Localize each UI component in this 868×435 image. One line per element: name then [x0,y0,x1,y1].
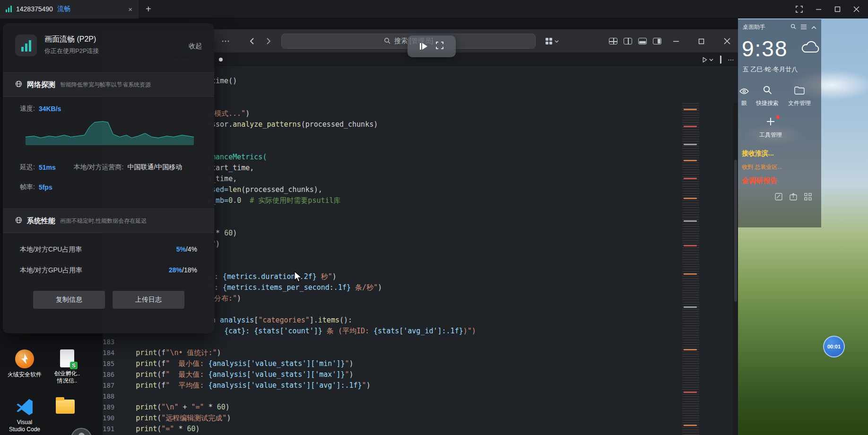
assistant-menu-icon[interactable] [801,24,807,31]
globe-icon [15,217,22,225]
isp-label: 本地/对方运营商: [74,163,124,172]
system-section-title: 系统性能 [27,217,55,226]
window-controls [796,6,868,13]
tab-close-icon[interactable]: × [128,5,132,13]
code-line: 187 print(f" 平均值: {analysis['value_stats… [103,380,738,391]
gpu-label: 本地/对方GPU占用率 [20,266,82,275]
notification-dot [776,115,780,119]
cpu-label: 本地/对方CPU占用率 [20,245,82,254]
remote-desktop-app: 1428375490 流畅 × + ⋯ 搜索 [管理员] [0,0,868,435]
assistant-collapse-icon[interactable] [811,24,816,31]
code-line: 188 [103,391,738,402]
code-line: 191 print("=" * 60) [103,424,738,435]
remote-screen[interactable]: ⋯ 搜索 [管理员] Untitl [0,18,868,435]
system-section-header: 系统性能 画面不稳定时,性能数据会存在延迟 [3,209,214,233]
tool-manager[interactable]: 工具管理 [754,117,787,139]
desktop-icon-folder[interactable] [43,400,88,417]
run-button[interactable] [702,57,713,63]
folder-icon [794,86,805,96]
speed-value: 34KB/s [39,105,61,113]
network-section-title: 网络探测 [27,80,55,89]
menu-dots-icon[interactable]: ⋯ [220,29,231,53]
titlebar: 1428375490 流畅 × + [0,0,868,18]
vscode-icon [16,398,34,416]
fps-label: 帧率: [20,183,35,191]
cpu-row: 本地/对方CPU占用率 5%/4% [20,245,197,254]
weather-cloud-icon [800,41,821,57]
plus-icon [766,117,775,128]
gpu-row: 本地/对方GPU占用率 28%/18% [20,266,197,275]
session-tab[interactable]: 1428375490 流畅 × [0,0,139,18]
back-icon[interactable] [246,29,259,53]
gpu-local-value: 28% [169,266,182,274]
desktop-icon-document[interactable]: S 创业孵化.. 情况信.. [44,349,90,384]
code-line: 185 print(f" 最小值: {analysis['value_stats… [103,358,738,369]
collapse-button[interactable]: 收起 [189,42,202,51]
search-icon [763,85,772,96]
network-section-header: 网络探测 智能降低带宽与帧率以节省系统资源 [3,72,214,97]
copy-info-button[interactable]: 复制信息 [33,291,105,309]
share-icon[interactable] [790,193,797,202]
system-section-desc: 画面不稳定时,性能数据会存在延迟 [60,217,147,225]
network-section-desc: 智能降低带宽与帧率以节省系统资源 [60,81,151,89]
stats-title: 画面流畅 (P2P) [44,35,96,44]
split-editor-icon[interactable] [720,56,721,63]
lunar-date: 五 乙巳·蛇·冬月廿八 [738,60,821,74]
editor-scrollbar[interactable] [733,103,738,435]
assistant-link[interactable]: 收到 总装业区... [742,163,817,171]
avatar[interactable] [71,428,92,435]
latency-label: 延迟: [20,163,35,172]
code-line: 189 print("\n" + "=" * 60) [103,402,738,413]
gpu-remote-value: /18% [182,266,197,274]
panel-right-icon[interactable] [651,29,664,53]
session-timer-badge[interactable]: 00:01 [823,336,845,357]
tab-groups-icon[interactable] [541,29,562,53]
signal-bars-icon [6,6,12,12]
stats-subtitle: 你正在使用P2P连接 [44,47,99,55]
fit-screen-icon[interactable] [796,6,803,13]
editor-more-icon[interactable]: ⋯ [728,56,734,63]
forward-icon[interactable] [261,29,275,53]
shortcut-eye[interactable]: 眼 [739,88,749,107]
minimize-icon[interactable] [816,6,822,12]
close-icon[interactable] [853,6,859,12]
p2p-stats-panel: 画面流畅 (P2P) 你正在使用P2P连接 收起 网络探测 智能降低带宽与帧率以… [3,23,214,333]
new-tab-button[interactable]: + [146,4,151,14]
assistant-link[interactable]: 接收淮滨... [742,149,817,158]
assistant-title: 桌面助手 [743,23,765,31]
remote-close-icon[interactable] [720,29,734,53]
shortcut-file-manager[interactable]: 文件管理 [785,86,814,107]
isp-value: 中国联通/中国移动 [127,163,182,172]
latency-value: 51ms [39,164,56,171]
code-line: 186 print(f" 最大值: {analysis['value_stats… [103,369,738,380]
speed-sparkline [26,118,194,145]
unsaved-dot-icon [219,58,223,61]
upload-log-button[interactable]: 上传日志 [113,291,184,309]
remote-maximize-icon[interactable] [694,29,708,53]
assistant-footer-icons [775,193,821,202]
fullscreen-icon[interactable] [436,42,443,51]
assistant-search-icon[interactable] [790,24,796,31]
minimap[interactable] [682,103,699,435]
layout-grid-icon[interactable] [607,29,620,53]
split-view-icon[interactable] [621,29,634,53]
maximize-icon[interactable] [834,6,841,12]
latency-row: 延迟: 51ms 本地/对方运营商: 中国联通/中国移动 [20,163,182,172]
floating-media-controls [408,35,456,57]
desktop-assistant: 桌面助手 9:38 五 乙巳·蛇·冬月廿八 眼 快捷搜索 [738,19,821,227]
globe-icon [15,80,22,89]
assistant-links: 接收淮滨...收到 总装业区...金调研报告 [738,149,821,185]
huorong-icon [15,349,34,368]
eye-icon [739,88,749,96]
desktop-icon-huorong[interactable]: 火绒安全软件 [2,349,47,378]
assistant-shortcuts: 眼 快捷搜索 文件管理 [739,85,821,107]
panel-bottom-icon[interactable] [636,29,649,53]
shortcut-quick-search[interactable]: 快捷搜索 [753,85,781,107]
doc-badge: S [70,362,78,369]
play-icon[interactable] [420,43,427,50]
remote-minimize-icon[interactable] [669,29,683,53]
edit-note-icon[interactable] [775,193,782,202]
desktop-icon-vscode[interactable]: Visual Studio Code [2,398,47,433]
assistant-link[interactable]: 金调研报告 [742,176,817,185]
qr-icon[interactable] [804,193,812,202]
